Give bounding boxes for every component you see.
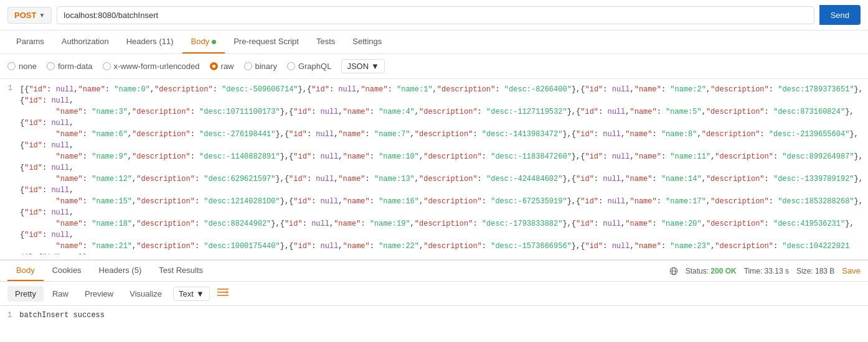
radio-urlencoded	[103, 62, 111, 70]
tab-authorization[interactable]: Authorization	[53, 30, 118, 53]
resp-tab-headers[interactable]: Headers (5)	[90, 261, 151, 281]
tab-tests[interactable]: Tests	[308, 30, 344, 53]
resp-wrap-icon[interactable]	[214, 285, 232, 302]
option-binary[interactable]: binary	[244, 62, 277, 71]
tab-headers[interactable]: Headers (11)	[118, 30, 182, 53]
method-select[interactable]: POST ▼	[7, 7, 52, 24]
request-body-editor[interactable]: 1 [{"id": null,"name": "name:0","descrip…	[0, 79, 868, 259]
resp-preview-btn[interactable]: Preview	[77, 286, 121, 302]
resp-tab-test-results[interactable]: Test Results	[150, 261, 212, 281]
radio-binary	[244, 62, 252, 70]
code-content: [{"id": null,"name": "name:0","descripti…	[20, 84, 868, 254]
response-status-bar: Status: 200 OK Time: 33.13 s Size: 183 B…	[669, 266, 861, 275]
status-ok-value: 200 OK	[710, 267, 736, 275]
size-label: Size: 183 B	[796, 267, 834, 275]
option-none[interactable]: none	[7, 62, 37, 71]
resp-visualize-btn[interactable]: Visualize	[122, 286, 169, 302]
body-active-dot	[212, 40, 216, 44]
method-chevron-icon: ▼	[39, 12, 45, 19]
option-graphql[interactable]: GraphQL	[287, 62, 331, 71]
body-options-bar: none form-data x-www-form-urlencoded raw…	[0, 54, 868, 79]
tab-body[interactable]: Body	[182, 30, 225, 53]
line-number-1: 1	[0, 84, 20, 254]
tab-params[interactable]: Params	[7, 30, 53, 53]
response-content-area: 1 batchInsert success	[0, 306, 868, 325]
option-raw[interactable]: raw	[210, 62, 234, 71]
resp-raw-btn[interactable]: Raw	[45, 286, 76, 302]
tab-settings[interactable]: Settings	[344, 30, 390, 53]
resp-body-text: batchInsert success	[19, 311, 105, 320]
radio-graphql	[287, 62, 295, 70]
response-tabs-bar: Body Cookies Headers (5) Test Results St…	[0, 259, 868, 282]
radio-form-data	[47, 62, 55, 70]
status-label: Status: 200 OK	[686, 267, 737, 275]
json-dropdown-chevron-icon: ▼	[371, 62, 379, 71]
option-urlencoded[interactable]: x-www-form-urlencoded	[103, 62, 200, 71]
resp-line-number: 1	[7, 311, 12, 320]
globe-icon	[669, 267, 678, 275]
radio-none	[7, 62, 16, 70]
request-bar: POST ▼ Send	[0, 0, 868, 30]
method-label: POST	[14, 11, 36, 20]
request-tabs: Params Authorization Headers (11) Body P…	[0, 30, 868, 54]
json-format-dropdown[interactable]: JSON ▼	[341, 59, 385, 73]
save-button[interactable]: Save	[842, 266, 861, 275]
tab-pre-request[interactable]: Pre-request Script	[225, 30, 308, 53]
resp-tab-body[interactable]: Body	[7, 261, 44, 281]
option-form-data[interactable]: form-data	[47, 62, 93, 71]
resp-format-chevron-icon: ▼	[196, 289, 204, 298]
resp-format-dropdown[interactable]: Text ▼	[173, 287, 210, 301]
response-body-options: Pretty Raw Preview Visualize Text ▼	[0, 282, 868, 306]
resp-tab-cookies[interactable]: Cookies	[44, 261, 90, 281]
radio-raw	[210, 62, 218, 70]
url-input[interactable]	[57, 6, 814, 24]
time-label: Time: 33.13 s	[744, 267, 789, 275]
resp-pretty-btn[interactable]: Pretty	[7, 286, 44, 302]
send-button[interactable]: Send	[819, 5, 861, 25]
